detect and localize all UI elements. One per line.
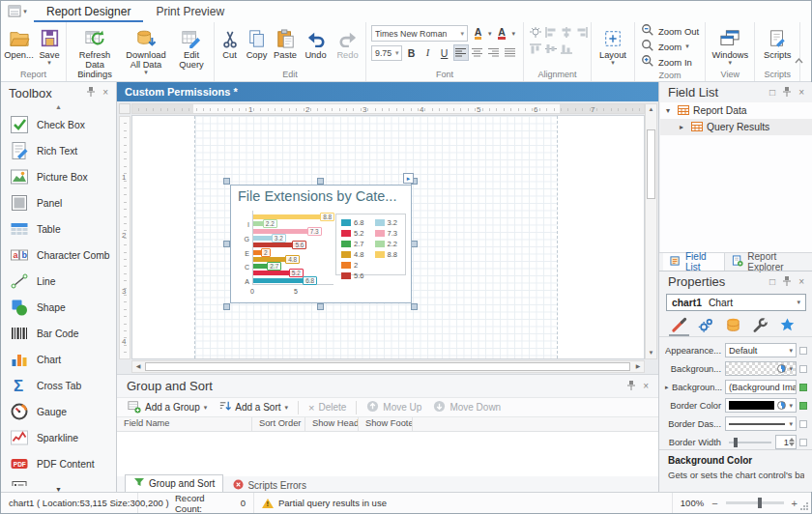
properties-pin-icon[interactable] [783, 276, 791, 288]
add-group-button[interactable]: Add a Group▾ [123, 399, 212, 416]
ribbon-collapse-button[interactable] [795, 54, 803, 66]
selection-handle[interactable] [411, 303, 418, 310]
group-sort-pin-icon[interactable] [627, 381, 635, 392]
selection-handle[interactable] [411, 241, 418, 247]
highlight-color-caret[interactable]: ▾ [488, 31, 492, 37]
selection-handle[interactable] [223, 303, 230, 310]
align-tops-icon[interactable] [530, 43, 541, 56]
font-color-button[interactable]: A [493, 25, 511, 42]
properties-close-icon[interactable]: × [798, 277, 804, 287]
column-sort-order[interactable]: Sort Order [252, 417, 305, 431]
windows-button[interactable]: Windows ▾ [708, 24, 752, 69]
add-sort-button[interactable]: Add a Sort▾ [214, 399, 293, 416]
design-tab-wrench-icon[interactable] [752, 314, 768, 336]
layout-button[interactable]: Layout ▾ [594, 24, 632, 69]
group-sort-body[interactable] [117, 432, 658, 476]
align-middles-icon[interactable] [545, 43, 557, 56]
cut-button[interactable]: Cut [217, 24, 243, 69]
field-list-close-icon[interactable]: × [798, 88, 804, 98]
snap-to-grid-icon[interactable] [530, 27, 541, 40]
zoom-menu-button[interactable]: Zoom ▾ [637, 39, 703, 54]
selection-handle[interactable] [317, 178, 324, 185]
design-surface[interactable]: ▸ File Extensions by Cate... ACEGI056.85… [131, 115, 645, 359]
delete-button[interactable]: × Delete [304, 399, 351, 416]
refresh-data-bindings-button[interactable]: Refresh Data Bindings [69, 24, 121, 79]
font-name-combo[interactable]: Times New Roman▾ [371, 25, 468, 42]
tab-report-explorer[interactable]: Report Explorer [725, 253, 812, 271]
toolbox-item-rich-text[interactable]: Rich Text [1, 138, 116, 164]
column-show-footer[interactable]: Show Footer [359, 417, 413, 431]
data-tab-database-icon[interactable] [725, 314, 741, 336]
expand-row-chevron[interactable]: ▸ [665, 384, 672, 391]
toolbox-item-bar-code[interactable]: Bar Code [1, 321, 116, 347]
align-justify-button[interactable] [503, 44, 518, 61]
selected-control-dropdown[interactable]: chart1 Chart ▾ [666, 294, 806, 311]
move-up-button[interactable]: Move Up [362, 399, 426, 416]
undo-button[interactable]: Undo [300, 24, 332, 69]
behavior-tab-gears-icon[interactable] [698, 314, 714, 336]
selection-handle[interactable] [317, 303, 324, 310]
tab-print-preview[interactable]: Print Preview [143, 1, 237, 22]
zoom-out-button[interactable]: Zoom Out [637, 23, 703, 39]
app-menu-button[interactable]: ▾ [1, 1, 34, 22]
toolbox-item-check-box[interactable]: Check Box [1, 112, 116, 138]
appearance-tab-brush-icon[interactable] [671, 314, 687, 336]
underline-button[interactable]: U [437, 44, 452, 61]
font-size-combo[interactable]: 9.75▾ [371, 45, 402, 61]
background-image-field[interactable]: (Background Image) [725, 380, 797, 394]
tree-node-query-results[interactable]: ▸ Query Results [660, 119, 812, 135]
toolbox-item-sparkline[interactable]: Sparkline [1, 425, 116, 451]
align-centers-icon[interactable] [561, 27, 572, 40]
selection-handle[interactable] [223, 241, 230, 247]
align-right-button[interactable] [486, 44, 502, 61]
toolbox-close-icon[interactable]: × [102, 88, 108, 98]
align-rights-icon[interactable] [576, 27, 588, 40]
copy-button[interactable]: Copy [243, 24, 271, 69]
highlight-color-button[interactable]: A [469, 25, 487, 42]
field-list-float-icon[interactable]: □ [769, 88, 775, 98]
favorites-tab-star-icon[interactable] [779, 314, 796, 336]
toolbox-scroll-up[interactable]: ▲ [1, 103, 116, 112]
selection-handle[interactable] [223, 178, 230, 185]
edit-query-button[interactable]: Edit Query [171, 24, 212, 79]
tree-node-report-data[interactable]: ▾ Report Data [660, 102, 812, 119]
toolbox-item-line[interactable]: Line [1, 269, 116, 295]
download-all-data-button[interactable]: Download All Data ▾ [121, 24, 171, 79]
border-dash-dropdown[interactable]: ▾ [725, 416, 797, 431]
group-sort-close-icon[interactable]: × [643, 382, 649, 391]
expand-chevron-icon[interactable]: ▸ [680, 123, 687, 131]
design-horizontal-scrollbar[interactable]: ◀ ▶ [131, 360, 645, 373]
bold-button[interactable]: B [403, 44, 419, 61]
slider-thumb[interactable] [734, 438, 738, 447]
border-width-spinner[interactable]: 1 [775, 435, 797, 449]
toolbox-item-gauge[interactable]: Gauge [1, 399, 116, 425]
toolbox-item-pdf-content[interactable]: PDFPDF Content [1, 451, 116, 477]
toolbox-item-table[interactable]: Table [1, 216, 116, 243]
redo-button[interactable]: Redo [332, 24, 363, 69]
align-bottoms-icon[interactable] [561, 43, 572, 56]
scroll-right-arrow[interactable]: ▶ [632, 361, 644, 372]
toolbox-item-chart[interactable]: Chart [1, 347, 116, 373]
background-color-picker[interactable]: ▾ [725, 361, 797, 376]
scripts-button[interactable]: Scripts [757, 24, 798, 69]
scroll-up-arrow[interactable]: ▲ [646, 104, 656, 115]
border-width-slider[interactable] [729, 442, 771, 443]
move-down-button[interactable]: Move Down [428, 399, 506, 416]
border-color-picker[interactable]: ▾ [725, 398, 797, 413]
toolbox-item-shape[interactable]: Shape [1, 295, 116, 321]
toolbox-item-character-comb[interactable]: abCharacter Comb [1, 243, 116, 269]
scroll-left-arrow[interactable]: ◀ [132, 361, 144, 372]
vertical-scroll-thumb[interactable] [647, 129, 655, 199]
column-show-header[interactable]: Show Header [305, 417, 359, 431]
appearance-dropdown[interactable]: Default▾ [725, 343, 797, 357]
save-button[interactable]: Save ▾ [35, 24, 64, 69]
design-vertical-scrollbar[interactable]: ▲ ▼ [645, 103, 657, 359]
toolbox-item-picture-box[interactable]: Picture Box [1, 164, 116, 190]
column-field-name[interactable]: Field Name [117, 417, 252, 431]
chart-control[interactable]: File Extensions by Cate... ACEGI056.85.2… [230, 185, 412, 303]
zoom-slider-thumb[interactable] [758, 498, 762, 508]
italic-button[interactable]: I [420, 44, 435, 61]
tab-group-and-sort[interactable]: Group and Sort [125, 474, 223, 494]
zoom-slider[interactable] [726, 501, 784, 504]
smart-tag-button[interactable]: ▸ [403, 173, 414, 184]
